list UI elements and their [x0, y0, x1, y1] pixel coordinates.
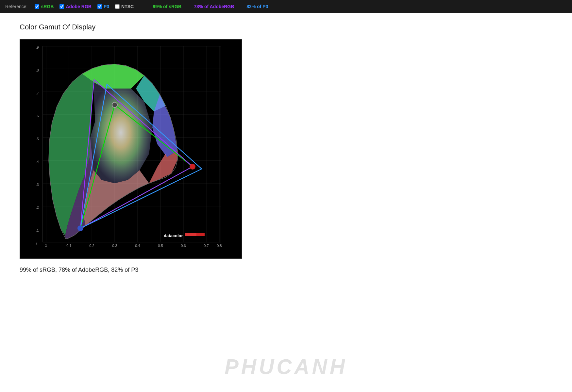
cb-p3[interactable] [97, 4, 102, 9]
svg-text:0.8: 0.8 [217, 244, 222, 248]
svg-text:0.7: 0.7 [204, 244, 209, 248]
svg-text:0.4: 0.4 [135, 244, 140, 248]
chart-svg: 0.9 0.8 0.7 0.6 0.5 0.4 0.3 0.2 0.1 Y X … [36, 43, 223, 249]
svg-text:datacolor: datacolor [164, 233, 183, 238]
svg-text:0.9: 0.9 [36, 45, 39, 49]
topbar: Reference: sRGB Adobe RGB P3 NTSC 99% of… [0, 0, 572, 13]
svg-text:X: X [45, 244, 47, 248]
svg-text:0.2: 0.2 [36, 205, 39, 209]
srgb-label: sRGB [41, 4, 54, 9]
svg-text:0.5: 0.5 [158, 244, 163, 248]
cb-srgb[interactable] [35, 4, 39, 9]
p3-label: P3 [104, 4, 109, 9]
cb-adobe[interactable] [59, 4, 64, 9]
cb-srgb-item[interactable]: sRGB [35, 4, 54, 9]
svg-text:0.5: 0.5 [36, 137, 39, 141]
svg-text:0.7: 0.7 [36, 91, 39, 95]
cb-p3-item[interactable]: P3 [97, 4, 109, 9]
svg-text:0.1: 0.1 [36, 228, 39, 232]
cb-ntsc[interactable] [115, 4, 120, 9]
svg-text:Y: Y [36, 241, 38, 245]
ntsc-label: NTSC [121, 4, 134, 9]
chart-inner: 0.9 0.8 0.7 0.6 0.5 0.4 0.3 0.2 0.1 Y X … [36, 43, 223, 249]
stat-adobe: 78% of AdobeRGB [194, 4, 234, 9]
svg-point-41 [112, 102, 117, 107]
main-content: Color Gamut Of Display 0.9 0.8 0.7 0.6 0… [0, 13, 572, 283]
svg-text:0.2: 0.2 [89, 244, 94, 248]
svg-text:0.3: 0.3 [112, 244, 117, 248]
cb-ntsc-item[interactable]: NTSC [115, 4, 134, 9]
stat-srgb: 99% of sRGB [153, 4, 181, 9]
page-title: Color Gamut Of Display [20, 23, 552, 31]
svg-text:0.3: 0.3 [36, 183, 39, 187]
ref-label: Reference: [5, 4, 27, 9]
stat-p3: 82% of P3 [246, 4, 268, 9]
svg-text:0.8: 0.8 [36, 68, 39, 72]
svg-rect-46 [185, 233, 196, 236]
bottom-text: 99% of sRGB, 78% of AdobeRGB, 82% of P3 [20, 267, 138, 273]
svg-text:0.1: 0.1 [66, 244, 71, 248]
adobe-label: Adobe RGB [66, 4, 92, 9]
watermark: PHUCANH [225, 355, 347, 379]
svg-text:0.4: 0.4 [36, 160, 39, 164]
svg-text:0.6: 0.6 [36, 114, 39, 118]
svg-point-43 [78, 226, 83, 231]
svg-text:0.6: 0.6 [181, 244, 186, 248]
chart-container: 0.9 0.8 0.7 0.6 0.5 0.4 0.3 0.2 0.1 Y X … [20, 39, 242, 259]
bottom-info: 99% of sRGB, 78% of AdobeRGB, 82% of P3 [20, 267, 552, 273]
cb-adobe-item[interactable]: Adobe RGB [59, 4, 92, 9]
svg-point-42 [190, 164, 195, 169]
